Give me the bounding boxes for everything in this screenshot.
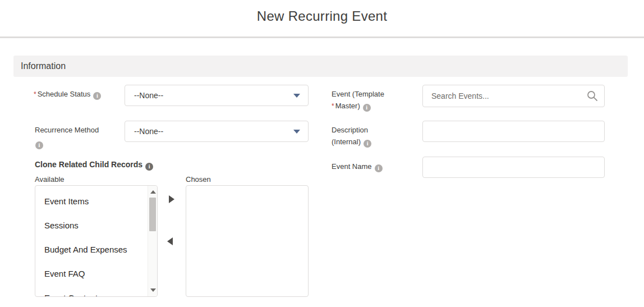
clone-heading-text: Clone Related Child Records — [35, 160, 142, 169]
list-item[interactable]: Sessions — [35, 213, 148, 237]
event-template-label-line2: Master) — [335, 102, 360, 110]
available-list-label: Available — [35, 175, 65, 184]
description-label-line2: (Internal) — [332, 138, 361, 146]
new-recurring-event-modal: New Recurring Event Information *Schedul… — [0, 0, 644, 307]
section-header-information: Information — [13, 56, 628, 77]
list-item[interactable]: Event Content — [35, 286, 148, 296]
move-to-available-button[interactable] — [167, 237, 173, 245]
chosen-listbox — [186, 185, 309, 297]
info-icon[interactable] — [93, 92, 101, 100]
list-item[interactable]: Event Items — [35, 189, 148, 213]
icon-row — [35, 138, 123, 149]
event-name-label-text: Event Name — [332, 162, 372, 171]
info-icon[interactable] — [363, 104, 371, 112]
available-listbox: Event ItemsSessionsBudget And ExpensesEv… — [35, 185, 158, 297]
event-search-input[interactable] — [422, 85, 605, 107]
schedule-status-dropdown[interactable]: --None-- — [125, 85, 309, 106]
recurrence-method-dropdown[interactable]: --None-- — [125, 121, 309, 142]
chevron-down-icon — [293, 130, 300, 134]
event-template-master-label: Event (Template *Master) — [332, 88, 420, 112]
description-internal-label: Description (Internal) — [332, 124, 420, 148]
chosen-list-label: Chosen — [186, 175, 211, 184]
scrollbar-thumb[interactable] — [149, 198, 156, 231]
schedule-status-label-text: Schedule Status — [38, 90, 91, 98]
schedule-status-label: *Schedule Status — [34, 88, 122, 100]
chevron-down-icon — [293, 94, 300, 98]
schedule-status-value: --None-- — [134, 91, 293, 100]
info-icon[interactable] — [145, 163, 153, 171]
recurrence-method-label: Recurrence Method — [35, 124, 123, 149]
list-item[interactable]: Event FAQ — [35, 262, 148, 286]
description-label-line1: Description — [332, 126, 368, 134]
recurrence-method-value: --None-- — [134, 127, 293, 136]
scroll-up-icon[interactable] — [150, 190, 156, 194]
move-to-chosen-button[interactable] — [169, 195, 174, 203]
page-title: New Recurring Event — [0, 8, 644, 24]
list-item[interactable]: Budget And Expenses — [35, 237, 148, 262]
recurrence-method-label-text: Recurrence Method — [35, 126, 99, 134]
event-name-label: Event Name — [332, 161, 420, 172]
description-internal-input[interactable] — [422, 121, 605, 142]
event-template-label-line1: Event (Template — [332, 90, 384, 98]
available-options: Event ItemsSessionsBudget And ExpensesEv… — [35, 186, 148, 296]
info-icon[interactable] — [364, 140, 371, 148]
info-icon[interactable] — [35, 141, 43, 149]
info-icon[interactable] — [375, 164, 383, 172]
event-name-input[interactable] — [422, 157, 605, 178]
scroll-down-icon[interactable] — [150, 288, 156, 292]
clone-related-child-records-heading: Clone Related Child Records — [35, 160, 153, 171]
chosen-options — [186, 186, 308, 296]
required-asterisk: * — [34, 90, 36, 98]
required-asterisk: * — [332, 102, 334, 110]
header-divider — [0, 36, 644, 38]
event-template-lookup — [422, 85, 605, 107]
section-title: Information — [21, 61, 66, 71]
scrollbar[interactable] — [148, 186, 157, 296]
